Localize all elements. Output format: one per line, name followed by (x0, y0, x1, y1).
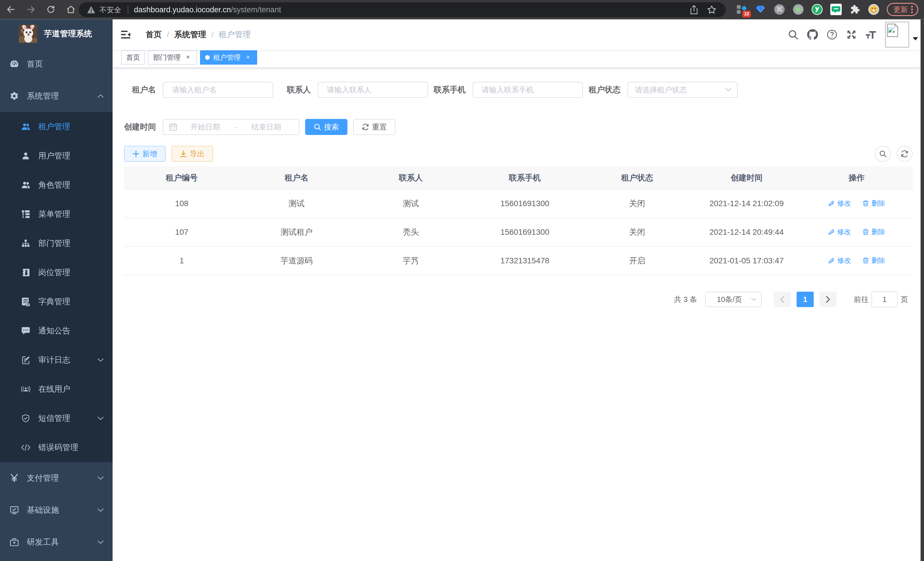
chevron-down-icon (97, 508, 104, 512)
contact-input[interactable] (318, 82, 428, 98)
edit-link[interactable]: 修改 (828, 256, 851, 265)
update-label: 更新 (893, 5, 908, 14)
show-search-button[interactable] (875, 146, 891, 162)
share-icon[interactable] (690, 5, 698, 15)
edit-label: 修改 (837, 227, 851, 236)
submenu-label: 在线用户 (38, 384, 70, 395)
search-button[interactable]: 搜索 (305, 119, 347, 135)
sidebar-logo[interactable]: 芋道管理系统 (0, 20, 112, 48)
next-page-button[interactable] (819, 292, 837, 307)
delete-link[interactable]: 删除 (862, 199, 885, 208)
submenu-item-role[interactable]: 角色管理 (0, 170, 112, 200)
tag-tenant[interactable]: 租户管理× (200, 50, 257, 65)
prev-page-button[interactable] (774, 292, 791, 307)
extension-badge: 10 (742, 11, 751, 17)
header-search-icon[interactable] (783, 20, 803, 50)
url-text[interactable]: dashboard.yudao.iocoder.cn/system/tenant (134, 5, 281, 14)
tag-dept[interactable]: 部门管理× (148, 50, 197, 65)
security-label[interactable]: 不安全 (99, 5, 122, 15)
user-icon (21, 151, 30, 160)
user-avatar[interactable] (885, 22, 918, 47)
font-size-icon[interactable] (861, 20, 880, 50)
breadcrumb-system[interactable]: 系统管理 (174, 29, 206, 40)
field-label: 创建时间 (124, 119, 163, 135)
submenu-label: 字典管理 (38, 296, 70, 307)
fullscreen-icon[interactable] (842, 20, 861, 50)
submenu-item-dict[interactable]: 字典管理 (0, 287, 112, 316)
submenu-label: 错误码管理 (38, 442, 78, 453)
github-icon[interactable] (803, 20, 822, 50)
browser-menu-dots-icon[interactable] (911, 6, 913, 13)
submenu-item-sms[interactable]: 短信管理 (0, 404, 112, 433)
extension-gem-icon[interactable] (755, 4, 766, 15)
roles-icon (21, 180, 30, 190)
address-bar[interactable]: 不安全 dashboard.yudao.iocoder.cn/system/te… (79, 2, 726, 17)
menu-item-pay[interactable]: 支付管理 (0, 462, 112, 494)
edit-link[interactable]: 修改 (828, 227, 851, 236)
extension-green-dot-icon[interactable] (793, 4, 804, 15)
goto-suffix: 页 (901, 295, 908, 305)
extension-grid-diamond-icon[interactable]: 10 (736, 4, 747, 15)
tenant-name-input[interactable] (163, 82, 273, 98)
delete-link[interactable]: 删除 (862, 256, 885, 265)
add-button[interactable]: 新增 (124, 146, 166, 162)
refresh-table-button[interactable] (897, 146, 913, 162)
browser-forward-icon[interactable] (26, 4, 36, 15)
menu-item-infra[interactable]: 基础设施 (0, 494, 112, 526)
bookmark-star-icon[interactable] (707, 5, 717, 15)
toolbar-row: 新增 导出 (124, 146, 913, 162)
submenu-item-errorcode[interactable]: 错误码管理 (0, 433, 112, 462)
hamburger-icon[interactable] (112, 20, 139, 50)
pagination-total: 共 3 条 (674, 295, 697, 305)
profile-emoji-icon[interactable] (868, 4, 879, 15)
submenu-item-tenant[interactable]: 租户管理 (0, 112, 112, 141)
status-select[interactable]: 请选择租户状态 (627, 82, 738, 98)
edit-link[interactable]: 修改 (828, 199, 851, 208)
tag-close-icon[interactable]: × (244, 53, 252, 62)
security-warning-icon[interactable] (87, 6, 95, 14)
breadcrumb-home[interactable]: 首页 (146, 29, 162, 40)
table-row[interactable]: 107 测试租户 秃头 15601691300 关闭 2021-12-14 20… (124, 218, 913, 247)
reset-button[interactable]: 重置 (353, 119, 395, 135)
field-label: 租户状态 (589, 82, 627, 98)
browser-scrollbar[interactable] (921, 20, 924, 561)
browser-update-button[interactable]: 更新 (887, 3, 918, 16)
submenu-item-menu[interactable]: 菜单管理 (0, 200, 112, 229)
submenu-item-post[interactable]: 岗位管理 (0, 258, 112, 287)
yuan-icon (10, 474, 19, 483)
delete-link[interactable]: 删除 (862, 227, 885, 236)
breadcrumb-current: 租户管理 (219, 29, 251, 40)
submenu-item-online[interactable]: 在线用户 (0, 375, 112, 404)
browser-reload-icon[interactable] (46, 4, 56, 15)
extension-chat-icon[interactable] (830, 4, 842, 15)
date-start-placeholder[interactable]: 开始日期 (178, 122, 232, 132)
tag-close-icon[interactable]: × (184, 53, 192, 62)
table-row[interactable]: 108 测试 测试 15601691300 关闭 2021-12-14 21:0… (124, 189, 913, 218)
page-size-select[interactable]: 10条/页 (705, 292, 762, 307)
dict-icon (21, 297, 30, 306)
menu-item-home[interactable]: 首页 (0, 48, 112, 80)
browser-back-icon[interactable] (6, 4, 16, 15)
extension-yuque-icon[interactable] (812, 4, 823, 15)
browser-home-icon[interactable] (66, 4, 76, 15)
cell-status: 关闭 (582, 189, 693, 218)
extensions-puzzle-icon[interactable] (849, 4, 861, 15)
export-button[interactable]: 导出 (171, 146, 213, 162)
submenu-item-user[interactable]: 用户管理 (0, 141, 112, 170)
menu-item-system[interactable]: 系统管理 (0, 80, 112, 112)
goto-page-input[interactable] (872, 291, 898, 307)
menu-item-devtools[interactable]: 研发工具 (0, 526, 112, 558)
submenu-item-dept[interactable]: 部门管理 (0, 229, 112, 258)
submenu-label: 用户管理 (38, 150, 70, 161)
current-page[interactable]: 1 (796, 292, 814, 307)
submenu-item-auditlog[interactable]: 审计日志 (0, 345, 112, 375)
date-range-picker[interactable]: 开始日期 - 结束日期 (163, 119, 299, 135)
table-row[interactable]: 1 芋道源码 芋艿 17321315478 开启 2021-01-05 17:0… (124, 247, 913, 275)
submenu-item-notice[interactable]: 通知公告 (0, 316, 112, 345)
date-end-placeholder[interactable]: 结束日期 (239, 122, 293, 132)
phone-input[interactable] (472, 82, 583, 98)
extension-command-icon[interactable]: ⌘ (774, 4, 785, 15)
help-icon[interactable] (822, 20, 842, 50)
tag-home[interactable]: 首页 (121, 50, 145, 65)
edit-pencil-icon (828, 257, 835, 264)
